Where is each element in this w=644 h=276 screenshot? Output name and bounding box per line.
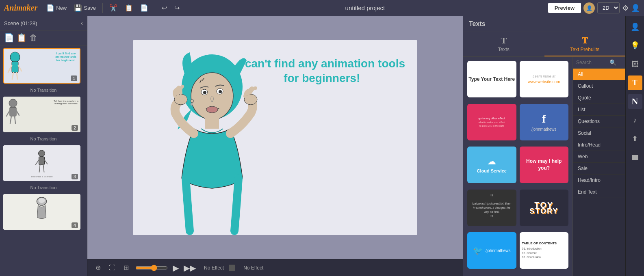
text-T-button[interactable]: T [628, 75, 642, 90]
image-icon: 🖼 [631, 60, 639, 69]
svg-line-14 [36, 160, 39, 165]
text-card-nature[interactable]: " Nature isn't just beautiful. Even in s… [467, 190, 516, 226]
fit-button[interactable]: ⊕ [94, 262, 102, 273]
scenes-header: Scene (01:28) ‹ [0, 16, 87, 30]
image-button[interactable]: 🖼 [628, 57, 642, 71]
svg-point-25 [203, 91, 206, 94]
cut-button[interactable]: ✂️ [107, 3, 120, 13]
canvas-headline-line2: for beginners! [284, 72, 360, 84]
text-card-cloud[interactable]: ☁ Cloud Service [467, 147, 516, 183]
music-button[interactable]: ♪ [628, 113, 642, 127]
toystory-inner: TOY STORY [529, 201, 558, 215]
svg-line-9 [16, 110, 19, 115]
divider-2 [155, 3, 155, 13]
text-card-twitter[interactable]: 🐦 /johnmathews [467, 232, 516, 269]
scene-thumbnail-3[interactable]: elaborate a bit more 3 [3, 145, 80, 181]
filter-endtext[interactable]: End Text [573, 186, 625, 198]
settings-button[interactable]: ⚙ [622, 4, 629, 13]
new-button[interactable]: 📄 New [44, 3, 69, 13]
filter-search-container: 🔍 [573, 57, 625, 69]
text-N-icon: N [632, 96, 638, 107]
text-T-icon: T [632, 79, 637, 87]
gray-square-button[interactable] [628, 150, 642, 165]
avatar[interactable]: 👤 [583, 2, 595, 14]
main-canvas[interactable]: I can't find any animation tools for beg… [133, 40, 417, 235]
project-title: untitled project [184, 4, 546, 11]
filter-quote[interactable]: Quote [573, 92, 625, 104]
scenes-toolbar: 📄 📋 🗑 [0, 30, 87, 45]
scene-thumbnail-1[interactable]: I can't find anyanimation toolsfor begin… [3, 48, 80, 84]
collapse-scenes-button[interactable]: ‹ [81, 19, 83, 27]
svg-point-27 [206, 106, 218, 113]
zoom-slider[interactable] [135, 265, 168, 271]
preview-button[interactable]: Preview [548, 3, 581, 13]
avatar-panel-button[interactable]: 👤 [628, 19, 642, 34]
tab-prebuilts[interactable]: 𝐓 Text Prebuilts [544, 32, 626, 56]
redo-button[interactable]: ↪ [172, 3, 182, 13]
new-icon: 📄 [46, 4, 54, 12]
effect1-dot [229, 265, 235, 271]
scene-item-1[interactable]: I can't find anyanimation toolsfor begin… [0, 45, 87, 86]
scene-item-3[interactable]: elaborate a bit more 3 [0, 143, 87, 183]
paste-button[interactable]: 📄 [138, 3, 151, 13]
search-input[interactable] [576, 60, 608, 65]
text-card-toystory[interactable]: TOY STORY [520, 190, 569, 226]
cloud-inner: ☁ Cloud Service [477, 156, 507, 173]
filter-list[interactable]: List [573, 104, 625, 116]
how-may-text: How may I help you? [520, 155, 569, 174]
twitter-icon: 🐦 [473, 246, 483, 255]
filter-web[interactable]: Web [573, 151, 625, 163]
filter-sale[interactable]: Sale [573, 163, 625, 175]
mode-select[interactable]: 2D 3D [597, 2, 620, 13]
grid-button[interactable]: ⊞ [122, 262, 130, 273]
texts-tab-icon: T [501, 35, 507, 46]
filter-social[interactable]: Social [573, 127, 625, 139]
svg-line-3 [18, 65, 22, 71]
save-icon: 💾 [74, 4, 82, 12]
scene-thumbnail-2[interactable]: Tell how the problem isruining their bus… [3, 97, 80, 132]
save-label: Save [84, 5, 96, 11]
text-N-button[interactable]: N [628, 94, 642, 109]
canvas-wrapper: I can't find any animation tools for beg… [87, 16, 463, 259]
music-icon: ♪ [633, 116, 637, 125]
text-card-toc[interactable]: TABLE OF CONTENTS 01. Introduction 02. C… [520, 232, 569, 269]
user-button[interactable]: 👤 [631, 4, 640, 13]
play-scene-button[interactable]: ▶ [173, 263, 179, 273]
scene-item-4[interactable]: 4 [0, 192, 87, 232]
open-quote: " [490, 195, 493, 199]
play-all-button[interactable]: ▶▶ [184, 263, 196, 273]
filter-questions[interactable]: Questions [573, 116, 625, 127]
text-card-web[interactable]: Learn more at www.website.com [520, 61, 569, 97]
filter-introhd[interactable]: Intro/Head [573, 139, 625, 151]
scene-item-2[interactable]: Tell how the problem isruining their bus… [0, 94, 87, 135]
undo-button[interactable]: ↩ [159, 3, 169, 13]
filter-headintro[interactable]: Head/Intro [573, 175, 625, 186]
fullscreen-button[interactable]: ⛶ [107, 263, 117, 273]
svg-rect-22 [205, 116, 219, 129]
text-card-bubble[interactable]: go to any other effect what to make your… [467, 104, 516, 140]
tab-texts[interactable]: T Texts [463, 32, 544, 56]
lightbulb-button[interactable]: 💡 [628, 38, 642, 53]
upload-button[interactable]: ⬆ [628, 132, 642, 146]
delete-scene-button[interactable]: 🗑 [29, 33, 37, 43]
text-card-plain[interactable]: Type Your Text Here [467, 61, 516, 97]
svg-line-11 [15, 116, 15, 123]
canvas-headline: I can't find any animation tools for beg… [239, 56, 405, 86]
svg-line-17 [43, 165, 44, 172]
svg-line-8 [7, 110, 10, 116]
redo-icon: ↪ [174, 4, 180, 12]
scene-thumbnail-4[interactable]: 4 [3, 194, 80, 230]
facebook-handle: /johnmathews [531, 127, 557, 132]
scene-transition-3: No Transition [0, 183, 87, 192]
text-card-howmay[interactable]: How may I help you? [520, 147, 569, 183]
filter-all[interactable]: All [573, 69, 625, 80]
save-button[interactable]: 💾 Save [72, 3, 98, 13]
text-card-facebook[interactable]: f /johnmathews [520, 104, 569, 140]
lightbulb-icon: 💡 [631, 41, 640, 50]
duplicate-scene-button[interactable]: 📋 [17, 33, 27, 43]
copy-button[interactable]: 📋 [122, 3, 135, 13]
bubble-inner: go to any other effect what to make your… [467, 114, 516, 129]
filter-callout[interactable]: Callout [573, 80, 625, 92]
new-scene-button[interactable]: 📄 [4, 33, 14, 43]
texts-grid: Type Your Text Here Learn more at www.we… [463, 57, 572, 276]
